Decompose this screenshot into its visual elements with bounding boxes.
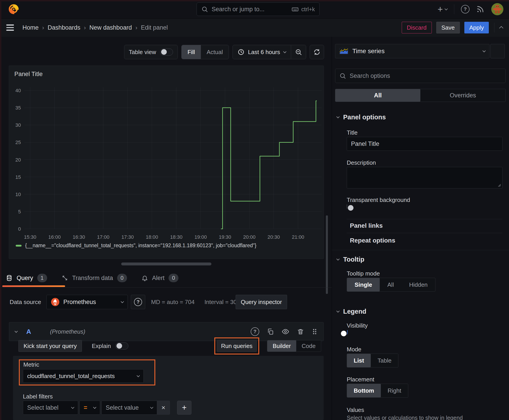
search-options-input[interactable]: Search options: [335, 69, 506, 83]
panel-view-controls: Table view Fill Actual Last 6 hours: [124, 45, 324, 59]
window-edge-left: [0, 0, 1, 420]
search-input[interactable]: Search or jump to... ctrl+k: [197, 2, 319, 16]
search-icon: [339, 73, 346, 79]
user-avatar[interactable]: [491, 3, 504, 15]
collapse-query-icon[interactable]: [15, 329, 18, 332]
table-view-toggle[interactable]: [160, 48, 173, 56]
builder-option[interactable]: Builder: [267, 340, 296, 352]
query-row-header[interactable]: A (Prometheus) ?: [9, 322, 324, 341]
datasource-select[interactable]: Prometheus: [46, 295, 128, 309]
help-button[interactable]: ?: [461, 5, 470, 14]
kick-start-query-button[interactable]: Kick start your query: [18, 340, 82, 352]
legend-section-header[interactable]: Legend: [337, 308, 366, 315]
label-filters-row: Select label = Select value × +: [23, 401, 191, 415]
breadcrumb-new-dashboard[interactable]: New dashboard: [89, 24, 132, 31]
select-label-dropdown[interactable]: Select label: [23, 401, 78, 415]
tab-all[interactable]: All: [335, 89, 420, 102]
apply-button[interactable]: Apply: [464, 22, 489, 33]
code-option[interactable]: Code: [296, 340, 321, 352]
breadcrumb-edit-panel: Edit panel: [141, 24, 168, 31]
collapse-options-pane-icon[interactable]: [499, 26, 503, 30]
tooltip-mode-switch: Single All Hidden: [347, 278, 435, 292]
select-value-dropdown[interactable]: Select value: [101, 401, 157, 415]
svg-text:20:30: 20:30: [267, 234, 280, 240]
refresh-button[interactable]: [310, 45, 324, 59]
save-button[interactable]: Save: [436, 22, 460, 33]
tooltip-single-option[interactable]: Single: [347, 278, 380, 292]
legend-visibility-toggle[interactable]: [347, 330, 348, 334]
horizontal-scrollbar[interactable]: [121, 262, 211, 265]
menu-toggle-button[interactable]: [6, 24, 14, 31]
title-label: Title: [347, 129, 357, 136]
query-inspector-button[interactable]: Query inspector: [236, 295, 287, 309]
fill-actual-switch: Fill Actual: [181, 45, 229, 59]
transparent-background-toggle[interactable]: [347, 204, 347, 209]
explain-toggle[interactable]: [115, 342, 128, 350]
editor-tabs: Query 1 Transform data 0: [0, 270, 332, 285]
window-edge-top: [0, 0, 509, 1]
all-overrides-tabs: All Overrides: [335, 89, 506, 102]
legend-mode-table[interactable]: Table: [371, 354, 398, 367]
time-range-picker[interactable]: Last 6 hours: [233, 49, 291, 56]
tooltip-section-header[interactable]: Tooltip: [337, 256, 364, 263]
breadcrumb-home[interactable]: Home: [23, 24, 38, 31]
news-rss-button[interactable]: [476, 5, 484, 13]
transform-icon: [61, 275, 68, 281]
keyboard-icon: [291, 6, 299, 13]
divider: [347, 219, 502, 219]
fill-option[interactable]: Fill: [182, 45, 201, 59]
title-input[interactable]: Panel Title: [347, 137, 502, 151]
visualization-select[interactable]: Time series: [335, 44, 489, 58]
chevron-down-icon: [336, 115, 340, 118]
builder-code-switch: Builder Code: [267, 340, 321, 352]
query-help-icon[interactable]: ?: [251, 327, 259, 336]
discard-button[interactable]: Discard: [402, 22, 432, 33]
panel-links-section[interactable]: Panel links: [350, 222, 383, 229]
delete-query-icon[interactable]: [297, 328, 304, 335]
actions-divider: [494, 23, 494, 32]
legend-placement-right[interactable]: Right: [381, 384, 408, 397]
remove-filter-button[interactable]: ×: [157, 401, 170, 415]
breadcrumb-dashboards[interactable]: Dashboards: [48, 24, 80, 31]
top-bar: Search or jump to... ctrl+k + ?: [0, 0, 509, 19]
svg-text:19:00: 19:00: [194, 234, 207, 240]
legend-placement-label: Placement: [347, 376, 374, 383]
repeat-options-section[interactable]: Repeat options: [350, 237, 395, 244]
close-icon: ×: [161, 404, 165, 412]
metric-value: cloudflared_tunnel_total_requests: [27, 373, 115, 380]
panel-options-header[interactable]: Panel options: [337, 113, 386, 121]
drag-handle-icon[interactable]: [312, 328, 318, 335]
tabs-divider: [0, 287, 332, 288]
tab-query[interactable]: Query 1: [6, 274, 47, 282]
svg-text:16:30: 16:30: [73, 234, 85, 240]
svg-text:17:00: 17:00: [97, 234, 109, 240]
metric-select[interactable]: cloudflared_tunnel_total_requests: [23, 369, 144, 383]
description-textarea[interactable]: [347, 167, 502, 188]
add-filter-button[interactable]: +: [177, 401, 191, 415]
chart-legend[interactable]: {__name__="cloudflared_tunnel_total_requ…: [16, 242, 256, 249]
datasource-help-button[interactable]: ?: [131, 295, 145, 309]
svg-text:25: 25: [15, 140, 21, 145]
toggle-viz-picker-button[interactable]: [490, 44, 505, 58]
legend-placement-bottom[interactable]: Bottom: [347, 384, 381, 397]
actual-option[interactable]: Actual: [201, 45, 229, 59]
tab-alert[interactable]: Alert 0: [141, 274, 179, 282]
run-queries-button[interactable]: Run queries: [217, 340, 257, 352]
time-series-viz-icon: [339, 48, 348, 54]
new-menu-button[interactable]: +: [438, 5, 447, 14]
legend-mode-list[interactable]: List: [347, 354, 371, 367]
tab-overrides[interactable]: Overrides: [420, 89, 505, 102]
zoom-out-button[interactable]: [291, 48, 306, 56]
grafana-logo-icon[interactable]: [8, 3, 20, 15]
operator-dropdown[interactable]: =: [79, 401, 100, 415]
tooltip-all-option[interactable]: All: [380, 278, 402, 292]
tab-transform-data[interactable]: Transform data 0: [61, 274, 127, 282]
tooltip-mode-label: Tooltip mode: [347, 270, 380, 277]
resize-handle-icon: [497, 183, 501, 187]
tooltip-hidden-option[interactable]: Hidden: [402, 278, 435, 292]
time-series-chart[interactable]: 051015202530354015:3016:0016:3017:0017:3…: [9, 66, 324, 259]
duplicate-query-icon[interactable]: [267, 328, 274, 335]
time-controls: Last 6 hours: [233, 45, 306, 59]
legend-placement-switch: Bottom Right: [347, 384, 408, 398]
hide-query-icon[interactable]: [282, 328, 289, 335]
